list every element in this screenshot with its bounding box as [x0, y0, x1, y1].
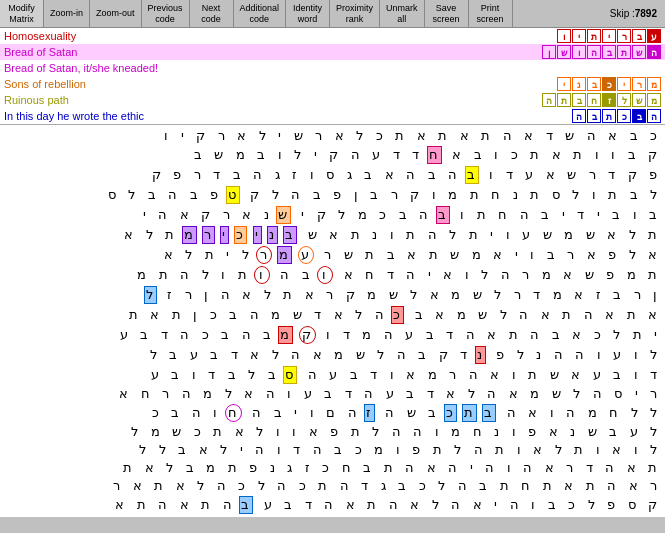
badge: ו [557, 29, 571, 43]
badge: י [602, 29, 616, 43]
text-row: פ ק ד ר ש א ע ד ו ב ה ב ה א ב ג ס ו ז ג … [4, 165, 661, 185]
badge: ה [647, 45, 661, 59]
badge: ב [602, 45, 616, 59]
text-row: ל ב ת ו ל ס ת נ ח ת מ ו ק ר ב ן פ ב ה ל … [4, 185, 661, 205]
text-row: ל ע ב ש נ א פ ו נ ח מ ו ה ה ל ת פ א ו ו … [4, 423, 661, 441]
text-row: ל ו ע ו ה ה נ ל פ נ ד ק ב ה ל ש מ א ה ל … [4, 345, 661, 365]
text-row: א ל פ א ר ב ו י א מ ש ת א ב ת ש ר ע מ ר … [4, 245, 661, 265]
badge: ת [557, 93, 571, 107]
badge: ת [602, 109, 616, 123]
badge: ה [647, 109, 661, 123]
badge: ר [617, 29, 631, 43]
badge: ב [587, 109, 601, 123]
text-row: ת א ה ד ר א ה ו ה י ה א ה ת ב ח כ ז ג נ … [4, 459, 661, 477]
sons-badges: י נ ב כ י ר מ [557, 77, 661, 91]
legend: Homosexuality ו י ת י ר ב ע Bread of Sat… [0, 28, 665, 125]
badge: ח [587, 93, 601, 107]
badge: ן [542, 45, 556, 59]
badge: י [572, 29, 586, 43]
text-row: א ת א ה ת א ה ל ש מ א ב כ ה ל א ד ש מ ה … [4, 305, 661, 325]
homosexuality-badges: ו י ת י ר ב ע [557, 29, 661, 43]
ruinous-badges: ה ת ב ח ז ל ש מ [542, 93, 661, 107]
bread-label: Bread of Satan [4, 46, 77, 58]
badge: ה [572, 109, 586, 123]
text-row: כ ב א ה ש ד א ה ת א ת א ת כ ל א ר ש י ל … [4, 127, 661, 145]
zoom-in-button[interactable]: Zoom-in [44, 0, 90, 27]
text-row: ת מ פ ש א מ ר ה ל ו א י ה ד ח א ו ב ה ו … [4, 265, 661, 285]
badge: ב [632, 29, 646, 43]
ruinous-label: Ruinous path [4, 94, 69, 106]
text-row: ר א ה ת א ת ח ת ב ה ל כ ב ג ד ה ת כ ה ל … [4, 477, 661, 495]
badge: מ [647, 77, 661, 91]
badge: י [557, 77, 571, 91]
badge: ש [632, 93, 646, 107]
unmark-all-button[interactable]: Unmarkall [380, 0, 425, 27]
badge: ר [632, 77, 646, 91]
badge: נ [572, 77, 586, 91]
text-row: ק ב ו ו ת א ת כ ו ב א ח ד ד ע ה ק י ל ו … [4, 145, 661, 165]
main-text: כ ב א ה ש ד א ה ת א ת א ת כ ל א ר ש י ל … [0, 125, 665, 517]
badge: ש [557, 45, 571, 59]
badge: מ [647, 93, 661, 107]
bread-kneaded-label: Bread of Satan, it/she kneaded! [4, 62, 158, 74]
text-row: ת ל א ש מ ש ע ו י ת ל ה ת ו נ ת א ש ב נ … [4, 225, 661, 245]
ethic-label: In this day he wrote the ethic [4, 110, 144, 122]
badge: ו [572, 45, 586, 59]
toolbar: ModifyMatrix Zoom-in Zoom-out Previousco… [0, 0, 665, 28]
badge: ת [617, 45, 631, 59]
badge: ב [632, 109, 646, 123]
badge: ה [587, 45, 601, 59]
text-row: ב ו ב י ד י ב ה ח ת ו ב ה ב כ מ ל ק י ש … [4, 205, 661, 225]
badge: ע [647, 29, 661, 43]
bread-badges: ן ש ו ה ב ת ש ה [542, 45, 661, 59]
modify-matrix-button[interactable]: ModifyMatrix [0, 0, 44, 27]
legend-bread: Bread of Satan ן ש ו ה ב ת ש ה [0, 44, 665, 60]
legend-homosexuality: Homosexuality ו י ת י ר ב ע [0, 28, 665, 44]
skip-display: Skip : 7892 [602, 0, 665, 27]
badge: ל [617, 93, 631, 107]
text-row: ן ר ב ז א מ ד ר ל ש מ א ל ש מ ק ר א ת ל … [4, 285, 661, 305]
legend-ruinous: Ruinous path ה ת ב ח ז ל ש מ [0, 92, 665, 108]
print-screen-button[interactable]: Printscreen [469, 0, 513, 27]
badge: ב [587, 77, 601, 91]
legend-sons: Sons of rebellion י נ ב כ י ר מ [0, 76, 665, 92]
homosexuality-label: Homosexuality [4, 30, 76, 42]
badge: כ [602, 77, 616, 91]
proximity-rank-button[interactable]: Proximityrank [330, 0, 380, 27]
legend-bread-kneaded: Bread of Satan, it/she kneaded! [0, 60, 665, 76]
previous-code-button[interactable]: Previouscode [142, 0, 190, 27]
badge: כ [617, 109, 631, 123]
zoom-out-button[interactable]: Zoom-out [90, 0, 142, 27]
badge: ש [632, 45, 646, 59]
badge: י [617, 77, 631, 91]
identity-word-button[interactable]: Identityword [286, 0, 330, 27]
badge: ז [602, 93, 616, 107]
text-row: ר י ס ה ל ש מ א ה ל א ד ב ע ה ד ב ע ו ה … [4, 385, 661, 403]
ethic-badges: ה ב ת כ ב ה [572, 109, 661, 123]
text-row: ל ל ח מ ה ו א ה ב ת כ ב ש ה ז ה ם ו י ב … [4, 403, 661, 423]
skip-value: 7892 [635, 8, 657, 19]
next-code-button[interactable]: Nextcode [190, 0, 234, 27]
badge: ב [572, 93, 586, 107]
save-screen-button[interactable]: Savescreen [425, 0, 469, 27]
text-row: ל ו א ו ת ל א ו ת ה ל ת פ ו מ כ ב ה ד ו … [4, 441, 661, 459]
text-row: ק ס פ ל כ ב ו ה י א ה ל א ה ת א ה ד ב ע … [4, 495, 661, 515]
text-row: ד ו ב ע א ש ת ו א ה ר מ א ו ד ב ע ה ס ב … [4, 365, 661, 385]
badge: ה [542, 93, 556, 107]
additional-code-button[interactable]: Additionalcode [234, 0, 287, 27]
text-row: י ת ל כ א ב ה ת א ה ד ב ע ה מ ד ו ק מ ב … [4, 325, 661, 345]
sons-label: Sons of rebellion [4, 78, 86, 90]
legend-ethic: In this day he wrote the ethic ה ב ת כ ב… [0, 108, 665, 124]
badge: ת [587, 29, 601, 43]
